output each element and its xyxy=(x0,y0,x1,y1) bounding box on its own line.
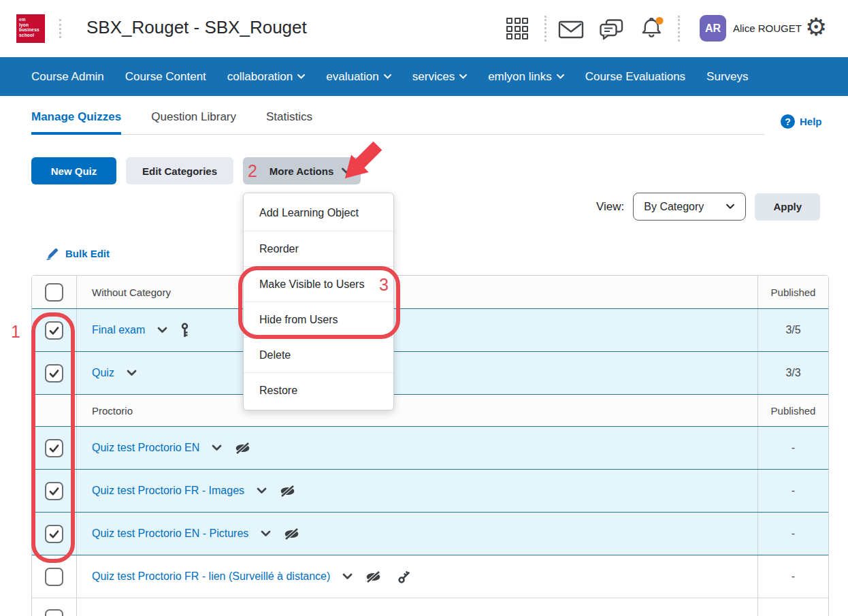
tab-manage-quizzes[interactable]: Manage Quizzes xyxy=(31,110,121,135)
table-row: Quiz 3/3 xyxy=(32,351,828,394)
mail-icon[interactable] xyxy=(558,20,584,42)
select-all-checkbox[interactable] xyxy=(45,283,63,302)
help-icon: ? xyxy=(781,114,795,129)
key-icon xyxy=(394,566,417,588)
chat-icon[interactable] xyxy=(599,18,624,43)
category-header: Proctorio xyxy=(77,395,757,426)
chevron-down-icon[interactable] xyxy=(212,444,222,451)
table-row: Final exam 3/5 xyxy=(32,308,828,351)
chevron-down-icon xyxy=(341,167,352,174)
row-checkbox[interactable] xyxy=(45,321,63,340)
annotation-number-2: 2 xyxy=(248,161,257,181)
more-actions-button[interactable]: More Actions xyxy=(243,157,361,184)
divider xyxy=(544,16,547,42)
nav-services[interactable]: services xyxy=(412,70,467,84)
menu-item-delete[interactable]: Delete xyxy=(244,337,393,372)
key-icon xyxy=(180,323,190,338)
chevron-down-icon[interactable] xyxy=(261,530,271,537)
nav-emlyon-links[interactable]: emlyon links xyxy=(488,70,564,84)
quiz-link[interactable]: Final exam xyxy=(92,324,145,336)
chevron-down-icon xyxy=(557,74,564,79)
settings-gear-icon[interactable]: ⚙ xyxy=(805,14,827,41)
chevron-down-icon[interactable] xyxy=(157,327,167,334)
nav-course-evaluations[interactable]: Course Evaluations xyxy=(585,70,685,84)
nav-course-content[interactable]: Course Content xyxy=(125,70,206,84)
row-checkbox[interactable] xyxy=(45,439,63,457)
quiz-toolbar: New Quiz Edit Categories More Actions xyxy=(31,157,848,184)
new-quiz-button[interactable]: New Quiz xyxy=(31,157,116,184)
table-row: Quiz test Proctorio FR - lien (Surveillé… xyxy=(32,555,828,598)
more-actions-menu: Add Learning Object Reorder Make Visible… xyxy=(243,193,394,410)
table-header-row: Without Category Published xyxy=(32,276,828,308)
eye-off-icon xyxy=(279,485,296,498)
logo-line: business xyxy=(19,27,45,33)
logo-line: lyon xyxy=(19,22,45,28)
nav-evaluation[interactable]: evaluation xyxy=(326,70,391,84)
row-checkbox[interactable] xyxy=(45,364,63,383)
table-row: Quiz test Proctorio EN - xyxy=(32,426,828,469)
course-navbar: Course Admin Course Content collaboratio… xyxy=(0,57,848,96)
row-checkbox[interactable] xyxy=(45,525,63,543)
published-count: - xyxy=(757,470,828,512)
chevron-down-icon xyxy=(459,74,467,79)
page-title: SBX_Rouget - SBX_Rouget xyxy=(86,17,307,38)
tab-question-library[interactable]: Question Library xyxy=(151,110,236,135)
eye-off-icon xyxy=(365,570,382,583)
help-link[interactable]: ? Help xyxy=(781,114,822,129)
menu-item-make-visible-to-users[interactable]: Make Visible to Users xyxy=(244,266,393,302)
quiz-management-page: em lyon business school SBX_Rouget - SBX… xyxy=(0,0,848,616)
chevron-down-icon xyxy=(384,74,391,79)
chevron-down-icon[interactable] xyxy=(257,487,267,494)
row-checkbox[interactable] xyxy=(45,482,63,500)
chevron-down-icon[interactable] xyxy=(127,370,137,376)
tab-bar: Manage Quizzes Question Library Statisti… xyxy=(31,96,764,135)
apps-grid-icon[interactable] xyxy=(506,18,528,39)
category-header: Without Category xyxy=(77,276,757,308)
menu-item-reorder[interactable]: Reorder xyxy=(244,231,393,266)
chevron-down-icon[interactable] xyxy=(342,573,353,580)
menu-item-hide-from-users[interactable]: Hide from Users xyxy=(244,302,393,337)
edit-categories-button[interactable]: Edit Categories xyxy=(126,157,233,184)
row-checkbox[interactable] xyxy=(45,568,63,586)
published-header: Published xyxy=(757,395,828,426)
bulk-edit-link[interactable]: Bulk Edit xyxy=(46,247,110,260)
view-controls: View: By Category Apply xyxy=(596,193,820,221)
nav-collaboration[interactable]: collaboration xyxy=(227,70,305,84)
nav-course-admin[interactable]: Course Admin xyxy=(31,70,104,84)
user-name[interactable]: Alice ROUGET xyxy=(733,22,802,34)
table-row: Quiz test Proctorio EN - Pictures - xyxy=(32,512,828,555)
table-section-row: Proctorio Published xyxy=(32,394,828,426)
emlyon-logo[interactable]: em lyon business school xyxy=(16,14,45,43)
notifications-bell-icon[interactable] xyxy=(639,16,664,43)
chevron-down-icon xyxy=(725,204,735,210)
table-row xyxy=(32,598,828,616)
table-row: Quiz test Proctorio FR - Images - xyxy=(32,469,828,512)
row-checkbox[interactable] xyxy=(45,609,63,616)
quiz-link[interactable]: Quiz xyxy=(92,367,114,379)
menu-item-restore[interactable]: Restore xyxy=(244,372,393,408)
annotation-number-3: 3 xyxy=(379,275,389,295)
quiz-link[interactable]: Quiz test Proctorio EN - Pictures xyxy=(92,528,248,540)
view-label: View: xyxy=(596,200,624,214)
top-header: em lyon business school SBX_Rouget - SBX… xyxy=(0,0,848,57)
apply-button[interactable]: Apply xyxy=(755,193,820,221)
published-count: - xyxy=(757,427,828,469)
quiz-link[interactable]: Quiz test Proctorio FR - lien (Surveillé… xyxy=(92,570,330,583)
annotation-number-1: 1 xyxy=(11,322,20,342)
chevron-down-icon xyxy=(297,74,305,79)
published-count: 3/5 xyxy=(757,309,828,351)
avatar[interactable]: AR xyxy=(700,15,726,42)
quizzes-table: Without Category Published Final exam 3/… xyxy=(31,275,829,616)
tab-statistics[interactable]: Statistics xyxy=(266,110,312,135)
eye-off-icon xyxy=(234,442,251,455)
published-count: - xyxy=(757,513,828,555)
view-category-select[interactable]: By Category xyxy=(633,193,746,221)
logo-line: school xyxy=(19,33,45,38)
menu-item-add-learning-object[interactable]: Add Learning Object xyxy=(244,195,393,231)
published-count: - xyxy=(757,555,828,598)
quiz-link[interactable]: Quiz test Proctorio FR - Images xyxy=(92,485,244,497)
logo-line: em xyxy=(19,17,45,22)
quiz-link[interactable]: Quiz test Proctorio EN xyxy=(92,442,199,454)
nav-surveys[interactable]: Surveys xyxy=(706,70,748,84)
published-count: 3/3 xyxy=(757,352,828,394)
